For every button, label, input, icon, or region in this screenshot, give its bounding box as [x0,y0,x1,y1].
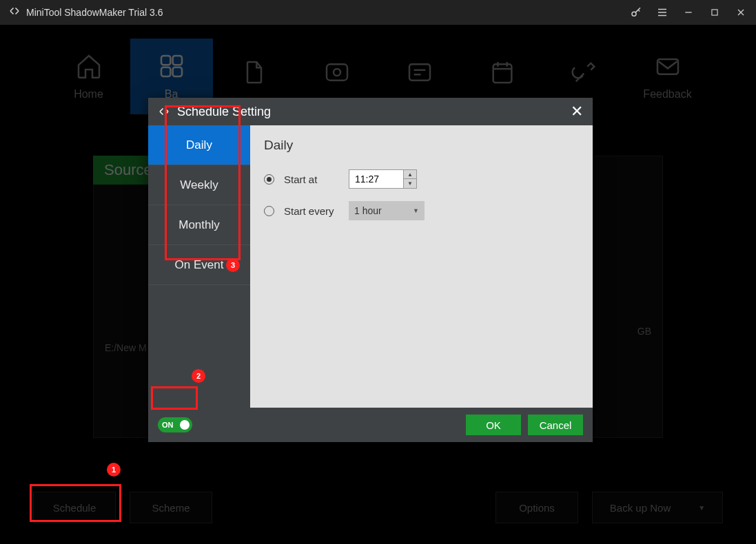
sidebar-item-daily[interactable]: Daily [148,125,250,165]
toggle-label: ON [162,421,174,429]
svg-rect-9 [493,64,511,83]
key-icon[interactable] [629,6,643,19]
title-bar: MiniTool ShadowMaker Trial 3.6 [0,0,756,25]
annotation-badge-2: 2 [192,369,205,383]
ok-button[interactable]: OK [466,415,521,435]
content-heading: Daily [264,138,579,153]
app-logo-icon [8,5,21,20]
envelope-icon [654,52,682,80]
window-close-icon[interactable] [734,6,748,19]
time-spin-up[interactable]: ▲ [404,170,416,179]
start-at-label: Start at [284,174,339,185]
annotation-badge-1: 1 [107,463,121,477]
start-at-time-field[interactable] [349,170,403,188]
svg-rect-3 [172,56,181,65]
maximize-icon[interactable] [708,6,722,19]
svg-rect-5 [172,67,181,76]
list-icon [406,59,433,86]
nav-tab-label: Feedback [643,88,691,101]
bottom-bar: Schedule Scheme Options Back up Now ▼ [0,492,756,523]
home-icon [75,52,103,80]
sync-icon [323,59,351,86]
scheme-button[interactable]: Scheme [130,492,212,523]
dialog-footer: ON OK Cancel [148,408,593,442]
svg-rect-10 [657,59,678,74]
select-caret-icon: ▼ [413,207,419,214]
calendar-icon [489,59,516,86]
toggle-knob-icon [180,420,190,430]
minimize-icon[interactable] [682,6,695,19]
svg-point-7 [334,69,340,76]
dialog-close-icon[interactable]: ✕ [571,103,583,121]
nav-tab-home[interactable]: Home [48,39,130,114]
backup-now-button[interactable]: Back up Now ▼ [592,492,723,523]
time-spin-down[interactable]: ▼ [404,179,416,188]
nav-tab-feedback[interactable]: Feedback [626,39,709,114]
tools-icon [571,59,599,86]
menu-icon[interactable] [655,6,669,19]
start-every-select[interactable]: 1 hour ▼ [349,201,425,220]
dialog-title-bar: Schedule Setting ✕ [148,98,593,125]
schedule-daily-content: Daily Start at ▲ ▼ Start every [250,125,593,408]
svg-rect-2 [161,56,170,65]
caret-down-icon: ▼ [698,504,705,512]
svg-rect-8 [409,64,430,80]
dialog-title: Schedule Setting [177,105,571,119]
svg-rect-6 [327,64,347,80]
sidebar-item-monthly[interactable]: Monthly [148,205,250,245]
options-button[interactable]: Options [496,492,578,523]
annotation-badge-3: 3 [226,258,240,272]
start-every-value: 1 hour [354,205,382,216]
grid-icon [158,52,185,80]
start-every-label: Start every [284,205,339,217]
dialog-logo-icon [158,105,170,118]
file-icon [241,59,268,86]
schedule-button[interactable]: Schedule [33,492,116,523]
nav-tab-label: Home [74,88,103,101]
cancel-button[interactable]: Cancel [528,415,583,435]
svg-rect-4 [161,67,170,76]
start-at-time-input[interactable]: ▲ ▼ [349,169,417,189]
backup-now-label: Back up Now [610,502,671,514]
sidebar-item-weekly[interactable]: Weekly [148,165,250,205]
start-every-radio[interactable] [264,206,274,216]
schedule-setting-dialog: Schedule Setting ✕ Daily Weekly Monthly … [148,98,593,442]
app-title: MiniTool ShadowMaker Trial 3.6 [26,7,163,18]
svg-rect-1 [712,10,717,15]
schedule-toggle[interactable]: ON [158,417,192,432]
start-at-radio[interactable] [264,174,274,185]
